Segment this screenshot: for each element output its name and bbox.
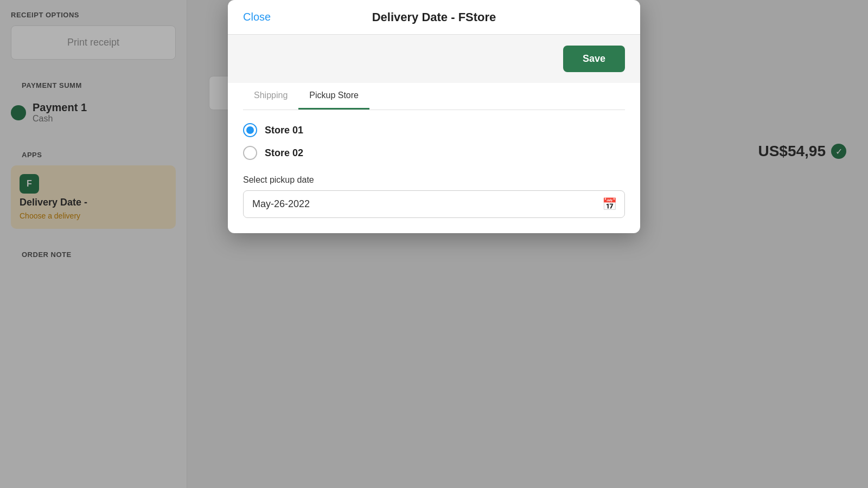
delivery-date-modal: Close Delivery Date - FStore Save Shippi… [228,0,640,233]
modal-save-row: Save [228,35,640,83]
close-button[interactable]: Close [243,11,271,23]
modal-header: Close Delivery Date - FStore [228,0,640,35]
tab-shipping[interactable]: Shipping [243,83,298,110]
store-options-list: Store 01 Store 02 [243,123,625,160]
store-option-02[interactable]: Store 02 [243,146,625,160]
modal-content: Shipping Pickup Store Store 01 [228,83,640,233]
store01-info: Store 01 [265,125,303,136]
store02-name: Store 02 [265,147,303,159]
store01-radio[interactable] [243,123,257,137]
tab-pickup-store[interactable]: Pickup Store [298,83,369,110]
calendar-icon[interactable]: 📅 [595,192,624,217]
store02-radio[interactable] [243,146,257,160]
date-picker-label: Select pickup date [243,175,625,185]
date-input[interactable] [244,191,595,217]
store02-info: Store 02 [265,147,303,159]
save-button[interactable]: Save [563,46,625,72]
modal-overlay: Close Delivery Date - FStore Save Shippi… [0,0,868,488]
modal-title: Delivery Date - FStore [372,10,496,24]
date-picker-section: Select pickup date 📅 [243,175,625,218]
store-option-01[interactable]: Store 01 [243,123,625,137]
store01-name: Store 01 [265,125,303,136]
date-input-wrapper: 📅 [243,190,625,218]
store01-radio-inner [246,126,254,134]
tabs-row: Shipping Pickup Store [243,83,625,110]
